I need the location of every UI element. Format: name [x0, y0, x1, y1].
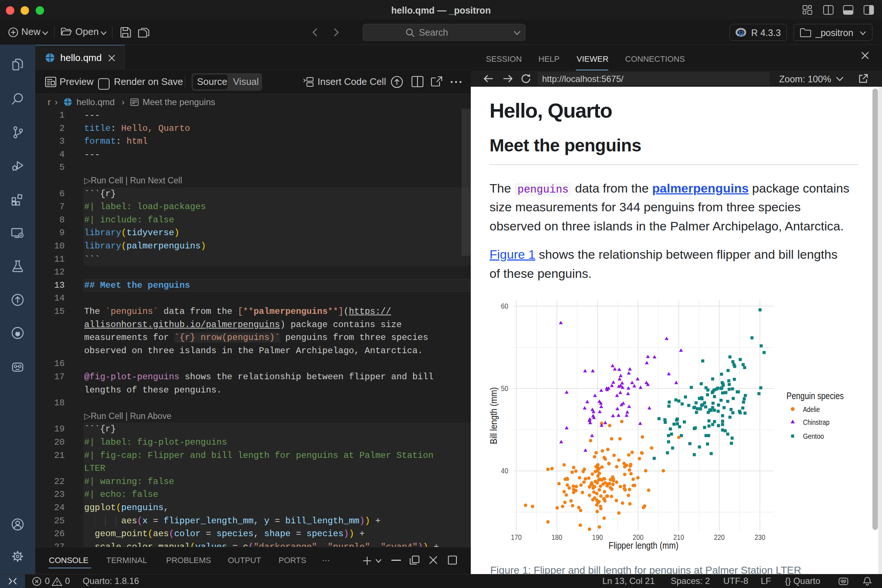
svg-text:50: 50	[501, 384, 508, 393]
svg-text:Penguin species: Penguin species	[786, 390, 844, 401]
svg-text:Chinstrap: Chinstrap	[803, 418, 830, 426]
svg-text:Bill length (mm): Bill length (mm)	[488, 387, 499, 444]
svg-text:170: 170	[511, 533, 522, 542]
svg-text:Adelie: Adelie	[803, 405, 820, 413]
svg-text:60: 60	[501, 302, 508, 310]
svg-text:Gentoo: Gentoo	[803, 432, 824, 440]
svg-text:R: R	[738, 29, 744, 38]
svg-text:40: 40	[501, 467, 508, 475]
svg-text:220: 220	[714, 533, 725, 542]
svg-text:Flipper length (mm): Flipper length (mm)	[609, 540, 678, 550]
svg-text:180: 180	[552, 533, 562, 542]
svg-text:230: 230	[754, 533, 765, 542]
svg-text:190: 190	[592, 533, 603, 542]
